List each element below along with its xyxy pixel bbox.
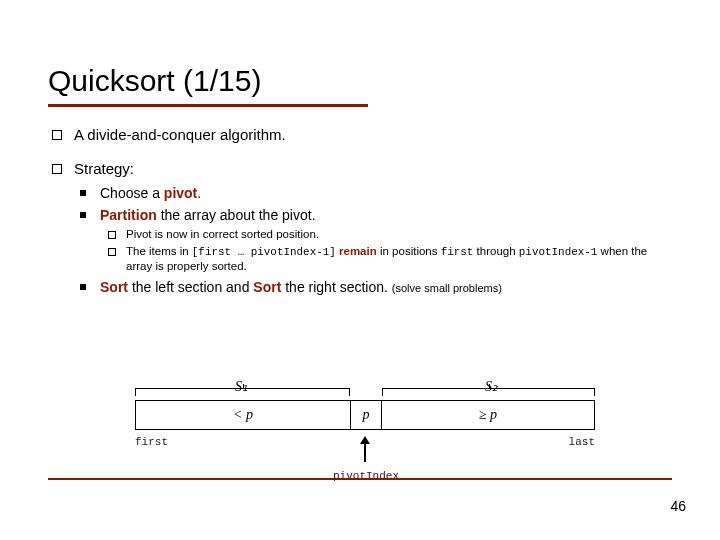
bullet-l3-items-remain: The items in [first … pivotIndex-1] rema… (100, 244, 672, 274)
bullet-text: Strategy: (74, 160, 134, 177)
bullet-l1-divide-conquer: A divide-and-conquer algorithm. (48, 125, 672, 145)
keyword-sort-left: Sort (100, 279, 128, 295)
bullet-l2-choose-pivot: Choose a pivot. (74, 184, 672, 203)
keyword-sort-right: Sort (253, 279, 281, 295)
bullet-list: A divide-and-conquer algorithm. Strategy… (48, 125, 672, 297)
bullet-l2-partition: Partition the array about the pivot. Piv… (74, 206, 672, 274)
arrow-pivot-index (364, 438, 366, 462)
partition-diagram: S₁ S₂ < p p ≥ p first last pivotIndex (135, 378, 595, 500)
label-pivot-index: pivotIndex (333, 470, 399, 482)
footer-rule (48, 478, 672, 480)
keyword-pivot: pivot (164, 185, 197, 201)
text: in positions (377, 245, 441, 257)
box-gte-p: ≥ p (382, 400, 595, 430)
slide-title: Quicksort (1/15) (48, 64, 672, 98)
text: The items in (126, 245, 192, 257)
box-less-than-p: < p (135, 400, 350, 430)
keyword-partition: Partition (100, 207, 157, 223)
text: the array about the pivot. (157, 207, 316, 223)
box-pivot: p (350, 400, 382, 430)
text: through (473, 245, 518, 257)
keyword-remain: remain (336, 245, 377, 257)
text: the left section and (128, 279, 253, 295)
text: the right section. (281, 279, 392, 295)
title-underline (48, 104, 368, 107)
code-range: [first … pivotIndex-1] (192, 246, 336, 258)
code-pivotindex: pivotIndex-1 (519, 246, 598, 258)
bullet-l3-pivot-position: Pivot is now in correct sorted position. (100, 227, 672, 242)
note-solve-small: (solve small problems) (392, 282, 502, 294)
text: Choose a (100, 185, 164, 201)
bullet-l2-sort-sections: Sort the left section and Sort the right… (74, 278, 672, 297)
page-number: 46 (670, 498, 686, 514)
label-s2: S₂ (485, 378, 498, 395)
label-first: first (135, 436, 168, 448)
slide: Quicksort (1/15) A divide-and-conquer al… (0, 0, 720, 297)
label-last: last (569, 436, 595, 448)
text: . (197, 185, 201, 201)
label-s1: S₁ (235, 378, 248, 395)
code-first: first (441, 246, 474, 258)
bullet-l1-strategy: Strategy: Choose a pivot. Partition the … (48, 159, 672, 297)
